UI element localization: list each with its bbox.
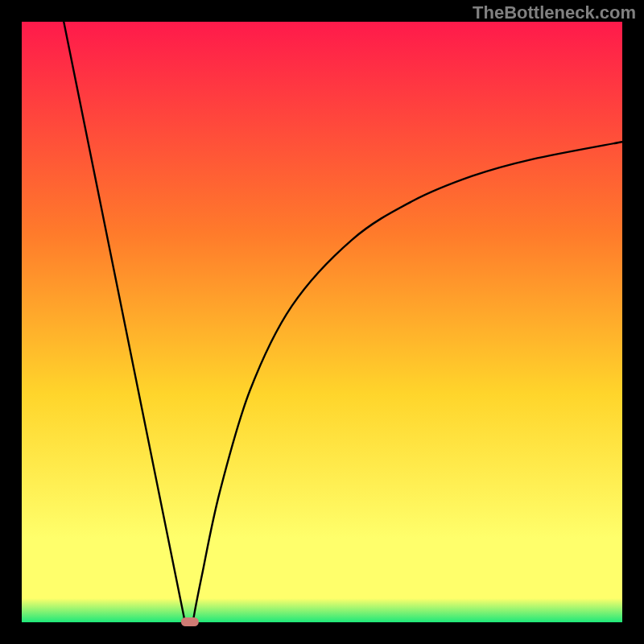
chart-container: TheBottleneck.com <box>0 0 644 644</box>
chart-svg <box>0 0 644 644</box>
svg-rect-1 <box>22 22 622 622</box>
attribution-text: TheBottleneck.com <box>473 2 636 23</box>
minimum-marker <box>181 617 199 626</box>
